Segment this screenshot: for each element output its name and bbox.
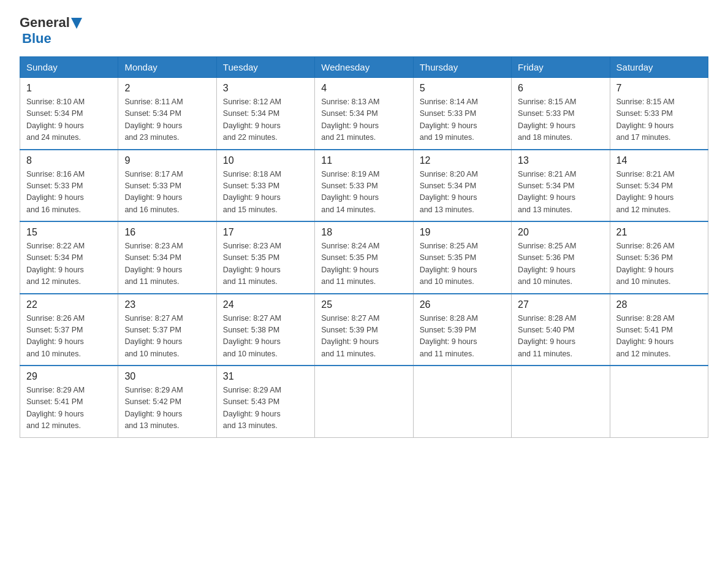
day-number: 30	[124, 371, 210, 382]
day-number: 16	[124, 227, 210, 238]
logo: General Blue	[20, 15, 82, 47]
day-number: 28	[616, 299, 702, 310]
calendar-table: SundayMondayTuesdayWednesdayThursdayFrid…	[20, 56, 708, 438]
page-header: General Blue	[20, 15, 708, 47]
header-wednesday: Wednesday	[315, 57, 413, 78]
day-info: Sunrise: 8:17 AM Sunset: 5:33 PM Dayligh…	[124, 169, 210, 216]
day-info: Sunrise: 8:25 AM Sunset: 5:36 PM Dayligh…	[518, 240, 603, 288]
day-number: 14	[616, 155, 702, 166]
calendar-cell	[413, 366, 511, 437]
day-info: Sunrise: 8:16 AM Sunset: 5:33 PM Dayligh…	[26, 169, 112, 216]
day-number: 11	[321, 155, 406, 166]
header-monday: Monday	[118, 57, 216, 78]
day-info: Sunrise: 8:27 AM Sunset: 5:39 PM Dayligh…	[321, 313, 406, 361]
day-info: Sunrise: 8:26 AM Sunset: 5:36 PM Dayligh…	[616, 240, 702, 288]
day-info: Sunrise: 8:15 AM Sunset: 5:33 PM Dayligh…	[616, 96, 702, 144]
calendar-cell: 4 Sunrise: 8:13 AM Sunset: 5:34 PM Dayli…	[315, 78, 413, 150]
day-info: Sunrise: 8:27 AM Sunset: 5:38 PM Dayligh…	[223, 313, 308, 361]
day-number: 6	[518, 83, 603, 94]
calendar-cell: 9 Sunrise: 8:17 AM Sunset: 5:33 PM Dayli…	[118, 150, 216, 222]
calendar-cell: 11 Sunrise: 8:19 AM Sunset: 5:33 PM Dayl…	[315, 150, 413, 222]
calendar-cell: 1 Sunrise: 8:10 AM Sunset: 5:34 PM Dayli…	[20, 78, 118, 150]
day-info: Sunrise: 8:14 AM Sunset: 5:33 PM Dayligh…	[420, 96, 505, 144]
day-number: 24	[223, 299, 308, 310]
day-info: Sunrise: 8:23 AM Sunset: 5:34 PM Dayligh…	[124, 240, 210, 288]
day-info: Sunrise: 8:29 AM Sunset: 5:41 PM Dayligh…	[26, 385, 112, 432]
calendar-cell: 13 Sunrise: 8:21 AM Sunset: 5:34 PM Dayl…	[512, 150, 610, 222]
logo-blue-text: Blue	[22, 31, 51, 46]
calendar-cell: 5 Sunrise: 8:14 AM Sunset: 5:33 PM Dayli…	[413, 78, 511, 150]
day-info: Sunrise: 8:15 AM Sunset: 5:33 PM Dayligh…	[518, 96, 603, 144]
calendar-cell: 30 Sunrise: 8:29 AM Sunset: 5:42 PM Dayl…	[118, 366, 216, 437]
calendar-cell: 16 Sunrise: 8:23 AM Sunset: 5:34 PM Dayl…	[118, 221, 216, 294]
calendar-cell: 14 Sunrise: 8:21 AM Sunset: 5:34 PM Dayl…	[610, 150, 708, 222]
day-info: Sunrise: 8:23 AM Sunset: 5:35 PM Dayligh…	[223, 240, 308, 288]
calendar-cell: 29 Sunrise: 8:29 AM Sunset: 5:41 PM Dayl…	[20, 366, 118, 437]
day-info: Sunrise: 8:10 AM Sunset: 5:34 PM Dayligh…	[26, 96, 112, 144]
header-thursday: Thursday	[413, 57, 511, 78]
day-info: Sunrise: 8:29 AM Sunset: 5:42 PM Dayligh…	[124, 385, 210, 432]
header-saturday: Saturday	[610, 57, 708, 78]
day-info: Sunrise: 8:20 AM Sunset: 5:34 PM Dayligh…	[420, 169, 505, 216]
calendar-cell: 10 Sunrise: 8:18 AM Sunset: 5:33 PM Dayl…	[216, 150, 314, 222]
day-info: Sunrise: 8:21 AM Sunset: 5:34 PM Dayligh…	[518, 169, 603, 216]
calendar-cell: 8 Sunrise: 8:16 AM Sunset: 5:33 PM Dayli…	[20, 150, 118, 222]
calendar-cell: 19 Sunrise: 8:25 AM Sunset: 5:35 PM Dayl…	[413, 221, 511, 294]
day-number: 26	[420, 299, 505, 310]
day-info: Sunrise: 8:13 AM Sunset: 5:34 PM Dayligh…	[321, 96, 406, 144]
header-tuesday: Tuesday	[216, 57, 314, 78]
calendar-cell: 2 Sunrise: 8:11 AM Sunset: 5:34 PM Dayli…	[118, 78, 216, 150]
day-info: Sunrise: 8:28 AM Sunset: 5:39 PM Dayligh…	[420, 313, 505, 361]
day-info: Sunrise: 8:21 AM Sunset: 5:34 PM Dayligh…	[616, 169, 702, 216]
header-friday: Friday	[512, 57, 610, 78]
calendar-cell: 6 Sunrise: 8:15 AM Sunset: 5:33 PM Dayli…	[512, 78, 610, 150]
calendar-cell: 23 Sunrise: 8:27 AM Sunset: 5:37 PM Dayl…	[118, 294, 216, 366]
calendar-cell: 31 Sunrise: 8:29 AM Sunset: 5:43 PM Dayl…	[216, 366, 314, 437]
day-number: 27	[518, 299, 603, 310]
day-info: Sunrise: 8:27 AM Sunset: 5:37 PM Dayligh…	[124, 313, 210, 361]
day-number: 23	[124, 299, 210, 310]
day-number: 8	[26, 155, 112, 166]
day-info: Sunrise: 8:12 AM Sunset: 5:34 PM Dayligh…	[223, 96, 308, 144]
day-info: Sunrise: 8:24 AM Sunset: 5:35 PM Dayligh…	[321, 240, 406, 288]
day-number: 25	[321, 299, 406, 310]
day-number: 9	[124, 155, 210, 166]
day-number: 21	[616, 227, 702, 238]
header-sunday: Sunday	[20, 57, 118, 78]
calendar-cell: 7 Sunrise: 8:15 AM Sunset: 5:33 PM Dayli…	[610, 78, 708, 150]
day-number: 22	[26, 299, 112, 310]
day-number: 31	[223, 371, 308, 382]
calendar-header-row: SundayMondayTuesdayWednesdayThursdayFrid…	[20, 57, 708, 78]
day-info: Sunrise: 8:22 AM Sunset: 5:34 PM Dayligh…	[26, 240, 112, 288]
day-number: 10	[223, 155, 308, 166]
calendar-week-row: 15 Sunrise: 8:22 AM Sunset: 5:34 PM Dayl…	[20, 221, 708, 294]
day-info: Sunrise: 8:28 AM Sunset: 5:41 PM Dayligh…	[616, 313, 702, 361]
day-number: 15	[26, 227, 112, 238]
logo-general-text: General	[20, 15, 70, 31]
calendar-cell: 15 Sunrise: 8:22 AM Sunset: 5:34 PM Dayl…	[20, 221, 118, 294]
calendar-cell: 26 Sunrise: 8:28 AM Sunset: 5:39 PM Dayl…	[413, 294, 511, 366]
calendar-cell	[315, 366, 413, 437]
day-number: 29	[26, 371, 112, 382]
day-number: 13	[518, 155, 603, 166]
calendar-cell: 20 Sunrise: 8:25 AM Sunset: 5:36 PM Dayl…	[512, 221, 610, 294]
day-info: Sunrise: 8:28 AM Sunset: 5:40 PM Dayligh…	[518, 313, 603, 361]
day-info: Sunrise: 8:11 AM Sunset: 5:34 PM Dayligh…	[124, 96, 210, 144]
calendar-cell: 18 Sunrise: 8:24 AM Sunset: 5:35 PM Dayl…	[315, 221, 413, 294]
calendar-cell: 3 Sunrise: 8:12 AM Sunset: 5:34 PM Dayli…	[216, 78, 314, 150]
calendar-cell: 17 Sunrise: 8:23 AM Sunset: 5:35 PM Dayl…	[216, 221, 314, 294]
day-number: 17	[223, 227, 308, 238]
calendar-cell	[512, 366, 610, 437]
calendar-cell: 25 Sunrise: 8:27 AM Sunset: 5:39 PM Dayl…	[315, 294, 413, 366]
logo-triangle-icon	[71, 18, 82, 29]
calendar-cell	[610, 366, 708, 437]
calendar-cell: 28 Sunrise: 8:28 AM Sunset: 5:41 PM Dayl…	[610, 294, 708, 366]
day-info: Sunrise: 8:25 AM Sunset: 5:35 PM Dayligh…	[420, 240, 505, 288]
day-info: Sunrise: 8:19 AM Sunset: 5:33 PM Dayligh…	[321, 169, 406, 216]
day-number: 20	[518, 227, 603, 238]
calendar-cell: 27 Sunrise: 8:28 AM Sunset: 5:40 PM Dayl…	[512, 294, 610, 366]
day-info: Sunrise: 8:18 AM Sunset: 5:33 PM Dayligh…	[223, 169, 308, 216]
day-info: Sunrise: 8:26 AM Sunset: 5:37 PM Dayligh…	[26, 313, 112, 361]
svg-marker-0	[71, 18, 82, 29]
day-number: 12	[420, 155, 505, 166]
